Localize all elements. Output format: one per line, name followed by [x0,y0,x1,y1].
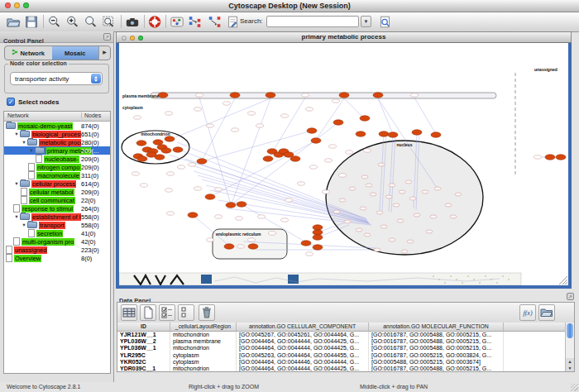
gene-node[interactable] [364,149,371,152]
cell-component[interactable]: [GO:0045263, GO:0044464, GO:0044455, G..… [237,352,369,359]
tree-row-label[interactable]: macromolecule [36,172,80,179]
table-scrollbar[interactable]: ▲▼ [565,323,574,371]
gene-node[interactable] [370,193,376,196]
cell-id[interactable]: YLR295C [117,352,170,359]
open-session-button[interactable] [5,14,22,30]
gene-node[interactable] [207,124,214,127]
zoom-fit-button[interactable] [101,14,117,30]
cell-function[interactable]: [GO:0016787, GO:0005488, GO:0005215, G..… [369,366,504,371]
snapshot-button[interactable] [124,14,141,30]
table-row[interactable]: YLR295Ccytoplasm[GO:0045263, GO:0044464,… [117,352,574,359]
disclosure-triangle-icon[interactable]: ▼ [13,181,20,186]
tree-row[interactable]: ▼cellular process614(0) [4,179,110,188]
scroll-up-icon[interactable]: ▲ [566,358,574,365]
gene-node[interactable] [339,198,346,202]
cell-filler[interactable] [504,345,574,351]
cell-region[interactable]: plasma membrane [170,338,237,345]
selected-gene-node[interactable] [311,138,321,143]
tree-row-label[interactable]: cell communicat [29,197,75,204]
column-header-component[interactable]: annotation.GO CELLULAR_COMPONENT [237,323,369,331]
selected-gene-node[interactable] [339,93,349,98]
selected-gene-node[interactable] [263,156,273,161]
cell-component[interactable]: [GO:0044464, GO:0044444, GO:0044425, G..… [237,366,369,371]
selected-gene-node[interactable] [136,141,146,146]
gene-node[interactable] [389,184,395,187]
cell-id[interactable]: YJR121W__1 [117,332,170,338]
selected-gene-node[interactable] [307,128,317,133]
selected-gene-node[interactable] [266,93,275,98]
scrollbar-thumb[interactable] [567,323,573,338]
selected-gene-node[interactable] [205,194,215,199]
column-header-id[interactable]: ID [117,323,170,331]
layout-button-2[interactable] [207,14,223,30]
cell-function[interactable]: [GO:0005488, GO:0005215, GO:0003674] [369,359,504,366]
selected-gene-node[interactable] [165,136,175,141]
cell-id[interactable]: YKR052C [117,359,170,366]
tree-row-label[interactable]: response to stimul [22,205,74,213]
tree-row-label[interactable]: transport [39,222,65,229]
tree-row-label[interactable]: cellular metabol [29,189,74,196]
gene-node[interactable] [346,151,353,154]
gene-node[interactable] [422,190,428,194]
selected-gene-node[interactable] [373,93,383,98]
gene-node[interactable] [405,180,412,184]
tree-row[interactable]: mosaic-demo-yeast874(0) [4,122,110,130]
cell-region[interactable]: cytoplasm [170,359,237,366]
gene-node[interactable] [194,108,202,111]
tab-mosaic[interactable]: Mosaic [52,46,99,60]
selected-gene-node[interactable] [356,131,366,136]
gene-node[interactable] [298,182,305,185]
scrollbar-arrows[interactable]: ▲▼ [566,358,574,371]
search-dropdown-button[interactable]: ▼ [361,16,371,27]
minimize-icon[interactable] [14,2,20,8]
help-button[interactable] [147,14,164,30]
search-input[interactable] [266,16,359,27]
gene-node[interactable] [534,155,542,159]
selected-gene-node[interactable] [379,131,389,136]
attribute-table-header[interactable]: ID _cellularLayoutRegion annotation.GO C… [117,323,574,332]
gene-node[interactable] [207,238,214,241]
resize-grip[interactable] [571,384,578,391]
tree-row[interactable]: response to stimul264(0) [4,204,110,213]
cell-filler[interactable] [504,332,574,338]
selected-gene-node[interactable] [313,225,323,230]
gene-node[interactable] [306,252,313,256]
gene-node[interactable] [385,195,392,198]
gene-node[interactable] [165,112,173,115]
tree-row[interactable]: ▼metabolic process280(0) [4,138,110,146]
tree-row[interactable]: nitrogen compo209(0) [4,163,110,171]
zoom-selected-button[interactable] [83,14,99,30]
selected-gene-node[interactable] [226,203,236,208]
table-row[interactable]: YKR052Ccytoplasm[GO:0044464, GO:0044446,… [117,359,574,366]
zoom-window-icon[interactable] [23,2,29,8]
gene-node[interactable] [165,189,173,192]
network-canvas[interactable]: plasma membranecytoplasmmitochondrionnuc… [119,43,568,285]
advanced-search-button[interactable] [377,14,394,30]
selected-gene-node[interactable] [388,132,398,137]
gene-node[interactable] [232,128,239,131]
selected-gene-node[interactable] [158,93,168,98]
tree-row-label[interactable]: nucleobase- [44,155,79,163]
column-header-function[interactable]: annotation.GO MOLECULAR_FUNCTION [369,323,504,331]
gene-node[interactable] [269,232,276,235]
tree-row-label[interactable]: establishment of lo [31,213,85,221]
tree-row-label[interactable]: multi-organism pro [22,238,74,246]
gene-node[interactable] [407,240,414,243]
gene-node[interactable] [434,187,441,190]
gene-node[interactable] [349,187,356,190]
cell-id[interactable]: YPL036W__1 [117,345,170,351]
tree-row[interactable]: secretion41(0) [4,229,110,237]
gene-node[interactable] [445,203,452,207]
gene-node[interactable] [134,116,141,119]
gene-node[interactable] [366,184,372,187]
cell-component[interactable]: [GO:0045267, GO:0045261, GO:0044464, G..… [237,332,369,338]
gene-node[interactable] [248,238,256,241]
gene-node[interactable] [285,198,293,202]
gene-node[interactable] [339,174,347,177]
tree-row[interactable]: multi-organism pro42(0) [4,237,110,246]
gene-node[interactable] [411,93,419,97]
cell-region[interactable]: mitochondrion [170,366,237,371]
selected-gene-node[interactable] [153,140,163,145]
node-color-dropdown[interactable]: transporter activity [10,72,103,85]
tree-row-label[interactable]: biological_process [31,131,84,138]
